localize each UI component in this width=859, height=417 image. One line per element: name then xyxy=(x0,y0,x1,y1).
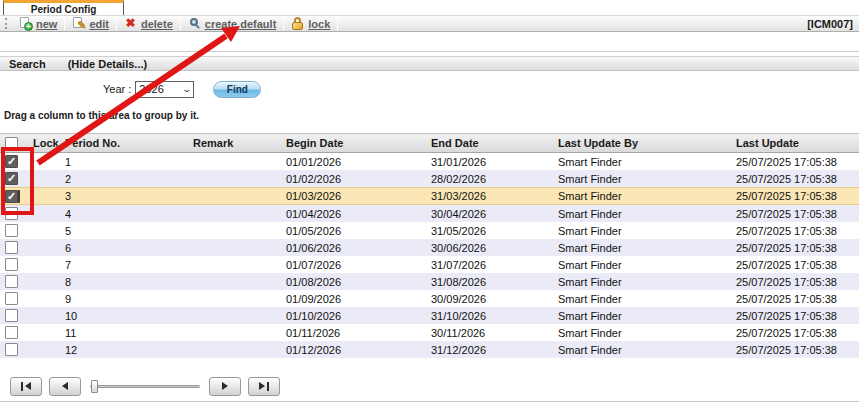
period-config-screen: Period Config + new ✎ edit ✖ delete crea… xyxy=(0,0,859,417)
table-row[interactable]: 4 01/04/2026 30/04/2026 Smart Finder 25/… xyxy=(0,205,859,222)
find-button[interactable]: Find xyxy=(213,81,261,98)
column-header-last-update[interactable]: Last Update xyxy=(733,137,859,149)
last-update-cell: 25/07/2025 17:05:38 xyxy=(733,173,859,185)
page-slider-thumb[interactable] xyxy=(91,380,98,393)
period-no-cell: 2 xyxy=(62,173,190,185)
lock-button[interactable]: lock xyxy=(285,16,336,31)
begin-date-cell: 01/12/2026 xyxy=(283,344,428,356)
lock-checkbox[interactable] xyxy=(5,275,18,288)
begin-date-cell: 01/01/2026 xyxy=(283,156,428,168)
toolbar-separator xyxy=(180,18,181,30)
lock-checkbox[interactable] xyxy=(5,343,18,356)
last-update-by-cell: Smart Finder xyxy=(555,259,733,271)
lock-checkbox[interactable] xyxy=(5,190,18,203)
create-default-button[interactable]: create default xyxy=(182,16,283,31)
column-header-end-date[interactable]: End Date xyxy=(428,137,555,149)
lock-checkbox[interactable] xyxy=(5,309,18,322)
toolbar: + new ✎ edit ✖ delete create default loc… xyxy=(0,15,859,32)
table-row[interactable]: 8 01/08/2026 31/08/2026 Smart Finder 25/… xyxy=(0,273,859,290)
screen-code: [ICM007] xyxy=(807,18,855,30)
lock-checkbox[interactable] xyxy=(5,224,18,237)
lock-checkbox[interactable] xyxy=(5,292,18,305)
first-page-button[interactable] xyxy=(10,377,42,396)
search-title: Search xyxy=(9,58,46,70)
lock-checkbox[interactable] xyxy=(5,241,18,254)
search-filter-row: Year : 2026 ⌄ Find xyxy=(0,79,859,99)
table-row[interactable]: 11 01/11/2026 30/11/2026 Smart Finder 25… xyxy=(0,324,859,341)
end-date-cell: 30/04/2026 xyxy=(428,208,555,220)
toolbar-separator xyxy=(283,18,284,30)
begin-date-cell: 01/05/2026 xyxy=(283,225,428,237)
begin-date-cell: 01/06/2026 xyxy=(283,242,428,254)
select-all-checkbox[interactable] xyxy=(5,137,18,150)
last-update-cell: 25/07/2025 17:05:38 xyxy=(733,208,859,220)
last-update-cell: 25/07/2025 17:05:38 xyxy=(733,293,859,305)
begin-date-cell: 01/09/2026 xyxy=(283,293,428,305)
group-by-hint: Drag a column to this area to group by i… xyxy=(4,110,199,121)
lock-checkbox[interactable] xyxy=(5,155,18,168)
year-select[interactable]: 2026 ⌄ xyxy=(135,81,194,98)
column-header-remark[interactable]: Remark xyxy=(190,137,283,149)
period-no-cell: 10 xyxy=(62,310,190,322)
toolbar-separator xyxy=(337,18,338,30)
lock-checkbox-cell xyxy=(0,207,28,220)
next-page-button[interactable] xyxy=(209,377,241,396)
begin-date-cell: 01/03/2026 xyxy=(283,190,428,202)
table-row[interactable]: 9 01/09/2026 30/09/2026 Smart Finder 25/… xyxy=(0,290,859,307)
page-slider[interactable] xyxy=(90,379,200,393)
delete-button[interactable]: ✖ delete xyxy=(118,16,179,31)
lock-checkbox-cell xyxy=(0,224,28,237)
lock-checkbox[interactable] xyxy=(5,172,18,185)
period-no-cell: 8 xyxy=(62,276,190,288)
toolbar-separator xyxy=(116,18,117,30)
table-row[interactable]: 1 01/01/2026 31/01/2026 Smart Finder 25/… xyxy=(0,153,859,170)
toolbar-grip[interactable] xyxy=(5,18,9,29)
end-date-cell: 30/11/2026 xyxy=(428,327,555,339)
lock-checkbox[interactable] xyxy=(5,326,18,339)
end-date-cell: 31/03/2026 xyxy=(428,190,555,202)
table-row[interactable]: 2 01/02/2026 28/02/2026 Smart Finder 25/… xyxy=(0,170,859,187)
table-row[interactable]: 3 01/03/2026 31/03/2026 Smart Finder 25/… xyxy=(0,187,859,205)
previous-page-button[interactable] xyxy=(49,377,81,396)
period-no-cell: 11 xyxy=(62,327,190,339)
begin-date-cell: 01/02/2026 xyxy=(283,173,428,185)
begin-date-cell: 01/10/2026 xyxy=(283,310,428,322)
hide-details-toggle[interactable]: (Hide Details...) xyxy=(68,58,147,70)
end-date-cell: 31/05/2026 xyxy=(428,225,555,237)
period-no-cell: 5 xyxy=(62,225,190,237)
tab-period-config[interactable]: Period Config xyxy=(3,0,124,15)
column-header-begin-date[interactable]: Begin Date xyxy=(283,137,428,149)
last-update-by-cell: Smart Finder xyxy=(555,190,733,202)
new-button[interactable]: + new xyxy=(13,16,63,31)
lock-checkbox[interactable] xyxy=(5,258,18,271)
end-date-cell: 28/02/2026 xyxy=(428,173,555,185)
period-no-cell: 6 xyxy=(62,242,190,254)
year-select-value: 2026 xyxy=(139,83,163,95)
last-update-by-cell: Smart Finder xyxy=(555,293,733,305)
next-page-icon xyxy=(222,382,228,390)
column-header-lock[interactable]: Lock xyxy=(28,137,62,149)
last-update-cell: 25/07/2025 17:05:38 xyxy=(733,259,859,271)
last-update-by-cell: Smart Finder xyxy=(555,156,733,168)
end-date-cell: 30/06/2026 xyxy=(428,242,555,254)
lock-checkbox[interactable] xyxy=(5,207,18,220)
select-all-cell xyxy=(0,137,28,150)
grid-body: 1 01/01/2026 31/01/2026 Smart Finder 25/… xyxy=(0,153,859,358)
table-row[interactable]: 5 01/05/2026 31/05/2026 Smart Finder 25/… xyxy=(0,222,859,239)
table-row[interactable]: 6 01/06/2026 30/06/2026 Smart Finder 25/… xyxy=(0,239,859,256)
last-update-by-cell: Smart Finder xyxy=(555,225,733,237)
edit-button[interactable]: ✎ edit xyxy=(66,16,115,31)
column-header-last-update-by[interactable]: Last Update By xyxy=(555,137,733,149)
lock-checkbox-cell xyxy=(0,155,28,168)
divider xyxy=(0,51,859,52)
pager xyxy=(10,375,280,397)
last-page-button[interactable] xyxy=(248,377,280,396)
last-update-by-cell: Smart Finder xyxy=(555,344,733,356)
column-header-period-no[interactable]: Period No. xyxy=(62,137,190,149)
last-update-by-cell: Smart Finder xyxy=(555,242,733,254)
table-row[interactable]: 10 01/10/2026 31/10/2026 Smart Finder 25… xyxy=(0,307,859,324)
end-date-cell: 31/01/2026 xyxy=(428,156,555,168)
last-update-by-cell: Smart Finder xyxy=(555,173,733,185)
table-row[interactable]: 7 01/07/2026 31/07/2026 Smart Finder 25/… xyxy=(0,256,859,273)
table-row[interactable]: 12 01/12/2026 31/12/2026 Smart Finder 25… xyxy=(0,341,859,358)
